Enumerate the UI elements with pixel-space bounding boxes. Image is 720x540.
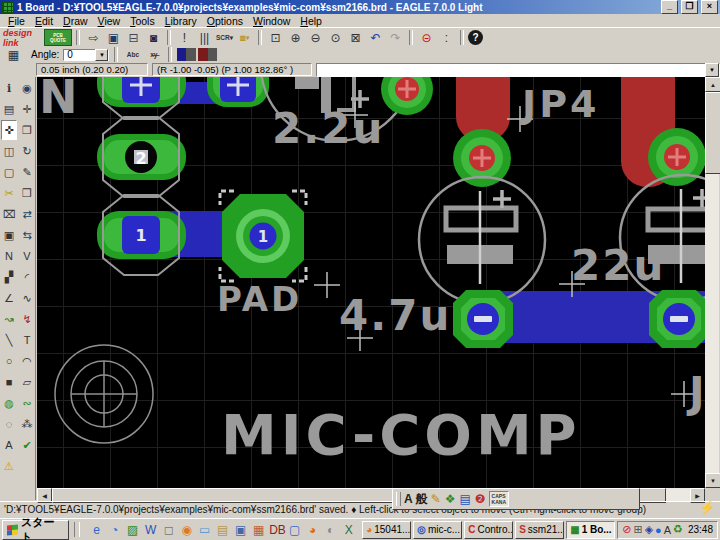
wire-tool[interactable]: ╲ <box>1 330 17 350</box>
task-control-panel[interactable]: C Contro... <box>464 521 513 539</box>
display-qicon[interactable]: ▢ <box>287 523 302 537</box>
delete-tool[interactable]: ⌧ <box>1 204 17 224</box>
scroll-down-icon[interactable]: ▼ <box>705 473 720 488</box>
ime-mode-general[interactable]: 般 <box>416 491 428 508</box>
name-tool[interactable]: N <box>1 246 17 266</box>
ratsnest-tool[interactable]: ⁂ <box>19 414 35 434</box>
excel-icon[interactable]: X <box>341 523 356 537</box>
vertical-scroll-thumb[interactable] <box>705 92 720 174</box>
start-button[interactable]: スタート <box>2 520 69 540</box>
tray-noentry-icon[interactable]: ⊘ <box>622 523 631 536</box>
cam-processor-icon[interactable]: ◙ <box>144 29 163 46</box>
errors-tool[interactable]: ⚠ <box>1 456 17 476</box>
task-explorer-mic-com[interactable]: ◎ mic-c... <box>413 521 462 539</box>
redo-icon[interactable]: ↷ <box>386 29 405 46</box>
text-tool[interactable]: T <box>19 330 35 350</box>
mark-tool[interactable]: ✛ <box>19 99 35 119</box>
route-tool[interactable]: ↝ <box>1 309 17 329</box>
pcb-quote-button[interactable]: PCB QUOTE <box>44 29 72 46</box>
use-library-icon[interactable]: ▥▾ <box>235 29 254 46</box>
value-tool[interactable]: V <box>19 246 35 266</box>
vertical-scrollbar[interactable]: ▲ ▼ <box>705 77 719 488</box>
script-icon[interactable]: SCR▾ <box>215 29 234 46</box>
close-button[interactable]: × <box>701 0 718 14</box>
pad-round-left[interactable] <box>453 129 511 187</box>
firefox-icon[interactable]: ◕ <box>305 523 320 537</box>
print-icon[interactable]: ⊟ <box>124 29 143 46</box>
task-firefox[interactable]: ◕ 15041... <box>362 521 411 539</box>
pinswap-tool[interactable]: ⇄ <box>19 204 35 224</box>
circle-tool[interactable]: ○ <box>1 351 17 371</box>
grid-settings-icon[interactable]: ▦ <box>4 46 23 63</box>
task-schematic[interactable]: S ssm21... <box>515 521 564 539</box>
group-tool[interactable]: ▢ <box>1 162 17 182</box>
minimize-button[interactable]: _ <box>661 0 678 14</box>
marker-icon[interactable]: : <box>437 29 456 46</box>
text-abc-icon[interactable]: Abc <box>123 46 142 63</box>
network-icon[interactable]: ◐ <box>323 523 338 537</box>
move-tool[interactable]: ✜ <box>1 120 17 140</box>
zoom-fit-icon[interactable]: ⊡ <box>266 29 285 46</box>
chart-icon[interactable]: ▨ <box>125 523 140 537</box>
menu-help[interactable]: Help <box>295 15 327 27</box>
menu-library[interactable]: Library <box>160 15 202 27</box>
word-icon[interactable]: W <box>143 523 158 537</box>
menu-options[interactable]: Options <box>202 15 248 27</box>
menu-draw[interactable]: Draw <box>58 15 93 27</box>
ime-pen-icon[interactable]: ✎ <box>431 492 441 506</box>
scroll-up-icon[interactable]: ▲ <box>705 77 720 92</box>
tray-balloon-icon[interactable]: ● <box>655 524 662 536</box>
ime-caps-kana-indicator[interactable]: CAPS KANA <box>489 491 509 507</box>
layer-swatch-bottom-icon[interactable] <box>198 48 217 61</box>
menu-tools[interactable]: Tools <box>125 15 160 27</box>
ime-grip[interactable] <box>396 492 401 506</box>
design-link-button[interactable]: design link <box>3 30 43 46</box>
help-icon[interactable]: ? <box>468 30 483 45</box>
menu-window[interactable]: Window <box>248 15 295 27</box>
via-tool[interactable]: ◍ <box>1 393 17 413</box>
layer-swatch-top-icon[interactable] <box>177 48 196 61</box>
command-input[interactable] <box>317 64 705 75</box>
ime-tools-icon[interactable]: ❷ <box>475 492 486 506</box>
rotate-tool[interactable]: ↻ <box>19 141 35 161</box>
mediaplayer-icon[interactable]: ◉ <box>179 523 194 537</box>
copy-tool[interactable]: ❐ <box>19 120 35 140</box>
computer-icon[interactable]: ▣ <box>233 523 248 537</box>
mirror-tool[interactable]: ◫ <box>1 141 17 161</box>
open-icon[interactable]: ⇨ <box>84 29 103 46</box>
zoom-select-icon[interactable]: ⊠ <box>346 29 365 46</box>
vertical-scroll-track[interactable] <box>705 92 719 473</box>
change-tool[interactable]: ✎ <box>19 162 35 182</box>
auto-tool[interactable]: A <box>1 435 17 455</box>
ime-dictionary-icon[interactable]: ▤ <box>460 492 471 506</box>
signal-tool[interactable]: ∾ <box>19 393 35 413</box>
layer-settings-icon[interactable]: ||| <box>195 29 214 46</box>
split-tool[interactable]: ∠ <box>1 288 17 308</box>
menu-file[interactable]: File <box>3 15 30 27</box>
polygon-tool[interactable]: ▱ <box>19 372 35 392</box>
pad-octagon-minus-left[interactable] <box>453 290 513 348</box>
ripup-tool[interactable]: ↯ <box>19 309 35 329</box>
notepad-icon[interactable]: ▤ <box>215 523 230 537</box>
stop-icon[interactable]: ⊝ <box>417 29 436 46</box>
smash-tool[interactable]: ▞ <box>1 267 17 287</box>
miter-tool[interactable]: ◜ <box>19 267 35 287</box>
task-board[interactable]: ▦ 1 Bo... <box>566 521 615 539</box>
window-icon[interactable]: ▭ <box>197 523 212 537</box>
menu-edit[interactable]: Edit <box>30 15 58 27</box>
pad-octagon-minus-right[interactable] <box>649 290 705 348</box>
ime-mode-alpha[interactable]: A <box>404 492 413 506</box>
tray-recycle-icon[interactable]: ♻ <box>673 523 683 536</box>
tray-ime-icon[interactable]: A <box>664 524 671 536</box>
zoom-out-icon[interactable]: ⊖ <box>306 29 325 46</box>
tray-shield-icon[interactable]: ◈ <box>645 523 653 536</box>
maximize-button[interactable]: ❐ <box>681 0 698 14</box>
lock-tool[interactable]: ▣ <box>1 225 17 245</box>
run-ulp-icon[interactable]: ! <box>175 29 194 46</box>
tray-printer-icon[interactable]: ⊞ <box>633 523 642 536</box>
zoom-in-icon[interactable]: ⊕ <box>286 29 305 46</box>
rect-tool[interactable]: ■ <box>1 372 17 392</box>
pad-oblong-top[interactable] <box>97 77 186 107</box>
hole-tool[interactable]: ◌ <box>1 414 17 434</box>
ie-icon[interactable]: e <box>89 523 104 537</box>
